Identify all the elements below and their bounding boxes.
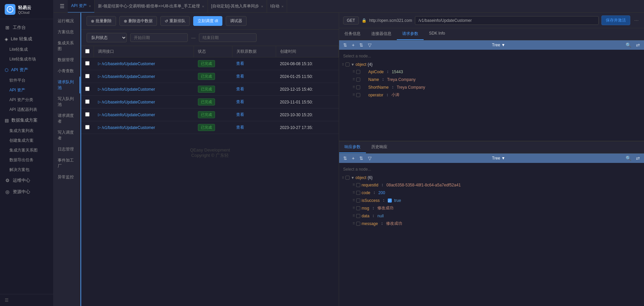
expand-icon[interactable]: ▼ — [351, 62, 354, 67]
node-checkbox[interactable] — [345, 176, 350, 180]
subnav-plan-info[interactable]: 方案信息 — [54, 27, 80, 38]
node-checkbox[interactable] — [356, 85, 360, 89]
resp-tree-filter-btn[interactable]: ▽ — [367, 155, 373, 162]
tab-close-new-settle[interactable]: × — [202, 4, 204, 8]
subnav-request-queue[interactable]: 请求队列池 — [54, 77, 80, 93]
tab-auto-rule[interactable]: [自动定划]-其他入库单同步 × — [208, 0, 267, 13]
subnav-integration-map[interactable]: 集成关系图 — [54, 38, 80, 54]
url-path-input[interactable] — [415, 16, 599, 25]
resp-node-requestid[interactable]: ⠿ requestId ： 08ac6358-5358-48f1-8c64-a5… — [339, 181, 644, 189]
tab-history-response[interactable]: 历史响应 — [366, 141, 393, 153]
tab-connector-info[interactable]: 连接器信息 — [366, 28, 397, 40]
view-link-2[interactable]: 查看 — [236, 87, 244, 91]
sidebar-item-lite-integration[interactable]: Lite轻集成 — [0, 45, 53, 54]
node-checkbox[interactable] — [356, 183, 360, 187]
tab-close-auto[interactable]: × — [281, 4, 283, 8]
node-checkbox[interactable] — [356, 191, 360, 195]
view-link-1[interactable]: 查看 — [236, 74, 244, 79]
tree-dropdown-arrow[interactable]: ▼ — [501, 43, 505, 47]
sidebar-group-api[interactable]: ⬡ API 资产 — [0, 64, 53, 76]
schedule-btn[interactable]: 立刻调度 dt — [193, 16, 222, 26]
resp-node-message[interactable]: ⠿ message ： 修改成功 — [339, 220, 644, 227]
api-path-0[interactable]: ▷ /v1/baseinfo/UpdateCustomer — [98, 61, 190, 66]
tree-import-export-btn[interactable]: ⇄ — [635, 42, 641, 48]
tab-sdk-info[interactable]: SDK Info — [424, 28, 450, 40]
tab-close-auto-rule[interactable]: × — [261, 4, 263, 8]
row-checkbox-1[interactable] — [85, 74, 90, 78]
subnav-schedule-person[interactable]: 请求调度者 — [54, 110, 80, 127]
subnav-log-manage[interactable]: 日志管理 — [54, 144, 80, 155]
tab-task-info[interactable]: 任务信息 — [339, 28, 366, 40]
node-checkbox[interactable] — [356, 222, 360, 226]
tree-search-icon[interactable]: 🔍 — [624, 42, 633, 48]
tab-new-settle[interactable]: 新-领是结算中心-交易明细-赔偿单=>U8-出库单_手工处理 × — [95, 0, 208, 13]
view-link-5[interactable]: 查看 — [236, 125, 244, 130]
tree-node-name[interactable]: ⠿ Name ： Treya Company — [339, 76, 644, 83]
view-link-0[interactable]: 查看 — [236, 61, 244, 66]
node-checkbox[interactable] — [356, 93, 360, 97]
sidebar-item-data-export[interactable]: 数据导出任务 — [0, 155, 53, 165]
select-all-checkbox[interactable] — [85, 49, 90, 53]
tree-node-shortname[interactable]: ⠿ ShortName ： Treya Company — [339, 83, 644, 91]
resp-tree-add-btn[interactable]: + — [351, 155, 356, 162]
api-path-5[interactable]: ▷ /v1/baseinfo/UpdateCustomer — [98, 125, 190, 130]
sidebar-item-ops[interactable]: ⚙ 运维中心 — [0, 175, 53, 186]
sidebar-item-software-platform[interactable]: 软件平台 — [0, 76, 53, 85]
sidebar-item-solution-list[interactable]: 集成方案列表 — [0, 126, 53, 136]
row-checkbox-4[interactable] — [85, 112, 90, 117]
resp-tree-dropdown-arrow[interactable]: ▼ — [501, 156, 505, 161]
resp-node-issuccess[interactable]: ⠿ isSuccess ： ✓ true — [339, 196, 644, 204]
api-path-1[interactable]: ▷ /v1/baseinfo/UpdateCustomer — [98, 74, 190, 79]
tab-auto[interactable]: I自动 × — [267, 0, 287, 13]
save-activate-btn[interactable]: 保存并激活 — [601, 15, 630, 25]
resp-tree-search-icon[interactable]: 🔍 — [624, 155, 633, 162]
resp-node-code[interactable]: ⠿ code ： 200 — [339, 189, 644, 196]
view-link-4[interactable]: 查看 — [236, 112, 244, 117]
start-date-input[interactable] — [130, 33, 188, 42]
end-date-input[interactable] — [199, 33, 257, 42]
debug-btn[interactable]: 调试器 — [226, 16, 247, 26]
node-checkbox[interactable] — [356, 214, 360, 218]
tab-api-assets[interactable]: API 资产 × — [68, 0, 95, 13]
resp-node-msg[interactable]: ⠿ msg ： 修改成功 — [339, 204, 644, 212]
subnav-write-queue[interactable]: 写入队列池 — [54, 93, 80, 110]
node-checkbox[interactable] — [356, 206, 360, 210]
node-checkbox[interactable] — [345, 62, 350, 67]
queue-status-filter[interactable]: 队列状态 — [87, 33, 127, 42]
sidebar-item-api-assets[interactable]: API 资产 — [0, 85, 53, 95]
api-path-3[interactable]: ▷ /v1/baseinfo/UpdateCustomer — [98, 100, 190, 104]
re-queue-btn[interactable]: ↺ 重新排队 — [160, 16, 190, 26]
row-checkbox-3[interactable] — [85, 99, 90, 104]
tree-sort-btn[interactable]: ⇅ — [358, 42, 365, 48]
hamburger-btn[interactable]: ☰ — [56, 1, 68, 11]
node-checkbox[interactable] — [356, 78, 360, 82]
resp-node-data[interactable]: ⠿ data ： null — [339, 212, 644, 220]
api-path-2[interactable]: ▷ /v1/baseinfo/UpdateCustomer — [98, 87, 190, 92]
tree-node-operator[interactable]: ⠿ operator ： 小涛 — [339, 91, 644, 99]
row-checkbox-5[interactable] — [85, 125, 90, 129]
request-tree-root[interactable]: ⠿ ▼ object {4} — [339, 61, 644, 68]
view-link-3[interactable]: 查看 — [236, 99, 244, 104]
subnav-small-query[interactable]: 小青查数 — [54, 65, 80, 77]
subnav-run-overview[interactable]: 运行概况 — [54, 15, 80, 27]
resp-tree-import-export-btn[interactable]: ⇄ — [635, 155, 641, 162]
tree-add-btn[interactable]: + — [351, 42, 356, 48]
sidebar-item-api-category[interactable]: API 资产分类 — [0, 95, 53, 105]
sidebar-item-create-solution[interactable]: 创建集成方案 — [0, 136, 53, 145]
resp-tree-expand-btn[interactable]: ⇅ — [342, 155, 348, 162]
more-options-btn[interactable]: ··· — [633, 17, 640, 24]
sidebar-group-lite[interactable]: ◈ Lite 轻集成 — [0, 33, 53, 45]
tab-request-params[interactable]: 请求参数 — [397, 28, 424, 40]
tree-expand-all-btn[interactable]: ⇅ — [342, 42, 348, 48]
sidebar-item-workbench[interactable]: ⊞ 工作台 — [0, 22, 53, 33]
sidebar-bottom-icon[interactable]: ☰ — [0, 294, 53, 306]
tree-filter-btn[interactable]: ▽ — [367, 42, 373, 48]
batch-delete-btn[interactable]: ⊗ 批量删除 — [87, 16, 116, 26]
subnav-write-person[interactable]: 写入调度者 — [54, 127, 80, 144]
tree-node-apicode[interactable]: ⠿ ApiCode ： 15443 — [339, 68, 644, 76]
sidebar-item-solution-map[interactable]: 集成方案关系图 — [0, 145, 53, 155]
subnav-exception-monitor[interactable]: 异常监控 — [54, 172, 80, 183]
sidebar-item-resource[interactable]: ◎ 资源中心 — [0, 186, 53, 198]
tab-close-api-assets[interactable]: × — [89, 4, 91, 8]
tab-response-params[interactable]: 响应参数 — [339, 141, 366, 153]
